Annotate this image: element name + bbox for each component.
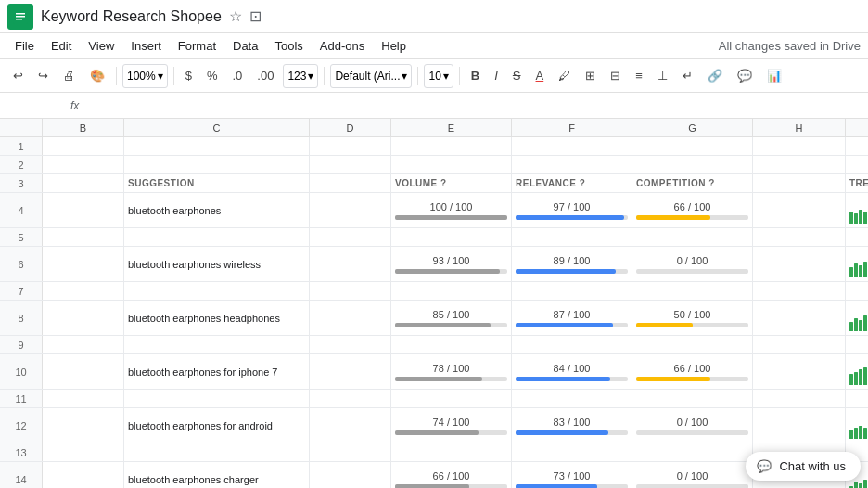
empty-cell-6[interactable] [753, 228, 846, 246]
menu-help[interactable]: Help [374, 37, 414, 55]
data-cell-h[interactable] [753, 193, 846, 227]
trend-cell[interactable] [846, 247, 868, 281]
data-cell-d[interactable] [310, 247, 391, 281]
volume-cell[interactable]: 78 / 100 [391, 354, 512, 389]
suggestion-cell[interactable]: bluetooth earphones [124, 193, 310, 227]
empty-cell-3[interactable] [391, 390, 512, 407]
menu-view[interactable]: View [81, 37, 121, 55]
volume-cell[interactable]: 74 / 100 [391, 408, 512, 443]
empty-cell-1[interactable] [124, 336, 310, 353]
empty-cell-2[interactable] [310, 137, 391, 155]
col-header-g[interactable]: G [632, 119, 753, 136]
relevance-cell[interactable]: 73 / 100 [512, 462, 632, 488]
empty-cell-7[interactable] [846, 137, 868, 155]
competition-cell[interactable]: 0 / 100 [632, 247, 753, 281]
undo-button[interactable]: ↩ [7, 64, 29, 88]
data-cell-h[interactable] [753, 354, 846, 389]
menu-insert[interactable]: Insert [123, 37, 169, 55]
font-select[interactable]: Default (Ari... ▾ [330, 64, 412, 88]
empty-cell-2[interactable] [310, 390, 391, 407]
highlight-button[interactable]: 🖊 [553, 64, 576, 88]
volume-cell[interactable]: 85 / 100 [391, 301, 512, 335]
volume-cell[interactable]: 93 / 100 [391, 247, 512, 281]
empty-cell-0[interactable] [43, 443, 124, 461]
col-header-b[interactable]: B [43, 119, 124, 136]
col-header-d[interactable]: D [310, 119, 391, 136]
suggestion-cell[interactable]: bluetooth earphones for iphone 7 [124, 354, 310, 389]
empty-cell-2[interactable] [310, 443, 391, 461]
col-header-c[interactable]: C [124, 119, 310, 136]
menu-addons[interactable]: Add-ons [313, 37, 372, 55]
align-button[interactable]: ≡ [630, 64, 648, 88]
suggestion-cell[interactable]: bluetooth earphones wireless [124, 247, 310, 281]
italic-button[interactable]: I [489, 64, 504, 88]
trend-cell[interactable] [846, 354, 868, 389]
redo-button[interactable]: ↪ [32, 64, 54, 88]
empty-cell-0[interactable] [43, 336, 124, 353]
merge-button[interactable]: ⊟ [605, 64, 626, 88]
zoom-select[interactable]: 100% ▾ [122, 64, 168, 88]
currency-button[interactable]: $ [180, 64, 198, 88]
empty-cell-6[interactable] [753, 336, 846, 353]
data-cell-d[interactable] [310, 408, 391, 443]
data-cell-h[interactable] [753, 301, 846, 335]
paint-format-button[interactable]: 🎨 [84, 64, 110, 88]
data-cell-b[interactable] [43, 247, 124, 281]
volume-cell[interactable]: 100 / 100 [391, 193, 512, 227]
data-cell-b[interactable] [43, 193, 124, 227]
empty-cell-7[interactable] [846, 228, 868, 246]
menu-file[interactable]: File [7, 37, 42, 55]
empty-cell-4[interactable] [512, 228, 632, 246]
col-header-e[interactable]: E [391, 119, 512, 136]
relevance-cell[interactable]: 97 / 100 [512, 193, 632, 227]
empty-cell-7[interactable] [846, 336, 868, 353]
data-cell-b[interactable] [43, 462, 124, 488]
suggestion-cell[interactable]: bluetooth earphones headphones [124, 301, 310, 335]
relevance-cell[interactable]: 89 / 100 [512, 247, 632, 281]
font-size-select[interactable]: 10 ▾ [424, 64, 453, 88]
empty-cell-0[interactable] [43, 390, 124, 407]
suggestion-cell[interactable]: bluetooth earphones charger [124, 462, 310, 488]
relevance-cell[interactable]: 87 / 100 [512, 301, 632, 335]
empty-cell-7[interactable] [846, 282, 868, 300]
borders-button[interactable]: ⊞ [580, 64, 601, 88]
data-cell-b[interactable] [43, 408, 124, 443]
competition-cell[interactable]: 66 / 100 [632, 193, 753, 227]
menu-data[interactable]: Data [225, 37, 265, 55]
col-header-h[interactable]: H [753, 119, 846, 136]
relevance-cell[interactable]: 84 / 100 [512, 354, 632, 389]
empty-cell-0[interactable] [43, 137, 124, 155]
empty-cell-5[interactable] [632, 336, 753, 353]
empty-cell-3[interactable] [391, 228, 512, 246]
empty-cell-4[interactable] [512, 156, 632, 173]
empty-cell-5[interactable] [632, 228, 753, 246]
competition-cell[interactable]: 0 / 100 [632, 408, 753, 443]
empty-cell-7[interactable] [846, 156, 868, 173]
competition-cell[interactable]: 66 / 100 [632, 354, 753, 389]
data-cell-h[interactable] [753, 247, 846, 281]
menu-format[interactable]: Format [171, 37, 223, 55]
data-cell-d[interactable] [310, 462, 391, 488]
data-cell-b[interactable] [43, 354, 124, 389]
empty-cell-6[interactable] [753, 137, 846, 155]
data-cell-h[interactable] [753, 408, 846, 443]
empty-cell-1[interactable] [124, 228, 310, 246]
col-header-i[interactable]: I [846, 119, 868, 136]
menu-edit[interactable]: Edit [44, 37, 79, 55]
trend-cell[interactable] [846, 193, 868, 227]
suggestion-cell[interactable]: bluetooth earphones for android [124, 408, 310, 443]
data-cell-b[interactable] [43, 301, 124, 335]
empty-cell-1[interactable] [124, 137, 310, 155]
empty-cell-5[interactable] [632, 282, 753, 300]
empty-cell-2[interactable] [310, 282, 391, 300]
empty-cell-5[interactable] [632, 390, 753, 407]
star-icon[interactable]: ☆ [229, 7, 242, 25]
strikethrough-button[interactable]: S [507, 64, 527, 88]
empty-cell-1[interactable] [124, 390, 310, 407]
data-cell-d[interactable] [310, 301, 391, 335]
menu-tools[interactable]: Tools [267, 37, 310, 55]
percent-button[interactable]: % [201, 64, 223, 88]
empty-cell-1[interactable] [124, 156, 310, 173]
chat-widget[interactable]: 💬 Chat with us [746, 452, 861, 481]
empty-cell-4[interactable] [512, 390, 632, 407]
